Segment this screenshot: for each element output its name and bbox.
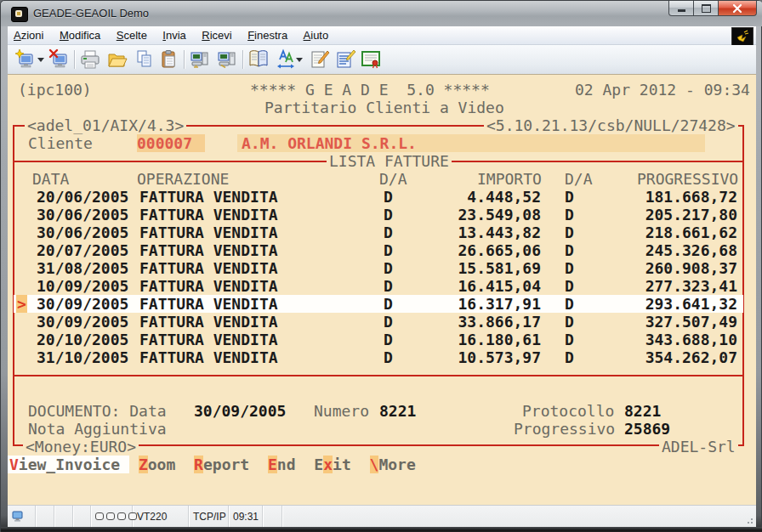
protocol: TCP/IP <box>193 511 226 523</box>
menu-finestra[interactable]: Finestra <box>242 26 293 42</box>
screen-subtitle: Partitario Clienti a Video <box>264 99 504 116</box>
new-connection-icon[interactable] <box>14 48 37 71</box>
title-bar[interactable]: GEADE-GEAOIL Demo <box>1 1 762 26</box>
resize-grip[interactable] <box>745 516 753 524</box>
table-row[interactable]: 30/06/2005FATTURA VENDITAD13.443,82D218.… <box>14 224 743 241</box>
status-bar: VT220 TCP/IP 09:31 <box>8 505 756 527</box>
led-indicator <box>106 512 115 520</box>
menu-ricevi[interactable]: Ricevi <box>196 26 237 42</box>
terminal-datetime: 02 Apr 2012 - 09:34 <box>575 81 750 99</box>
fk-end[interactable]: End <box>268 456 296 473</box>
send-file-icon[interactable] <box>189 48 211 71</box>
close-button[interactable] <box>718 1 757 16</box>
table-row-selected[interactable]: > 30/09/2005FATTURA VENDITAD16.317,91D29… <box>14 295 743 313</box>
minimize-button[interactable] <box>668 1 694 16</box>
client-name-field[interactable]: A.M. ORLANDI S.R.L. <box>237 134 705 152</box>
fk-exit[interactable]: Exit <box>314 456 350 473</box>
protocollo-value: 8221 <box>624 402 661 420</box>
minimize-icon <box>678 9 685 12</box>
numero-value: 8221 <box>379 402 416 420</box>
license-icon[interactable] <box>360 48 382 71</box>
receive-file-icon[interactable] <box>216 48 238 71</box>
terminal-screen[interactable]: (ipc100) ***** G E A D E 5.0 ***** 02 Ap… <box>8 75 756 505</box>
led-indicator <box>117 512 126 520</box>
print-icon[interactable] <box>79 48 101 71</box>
table-row[interactable]: 20/10/2005FATTURA VENDITAD16.180,61D343.… <box>14 331 743 348</box>
col-operazione: OPERAZIONE <box>137 170 229 188</box>
document-label: DOCUMENTO: Data <box>28 402 167 420</box>
company-label: ADEL-Srl <box>659 438 738 456</box>
led-indicators <box>95 512 137 520</box>
disconnect-icon[interactable] <box>48 48 71 71</box>
session-time: 09:31 <box>233 511 259 523</box>
menu-aiuto[interactable]: Aiuto <box>298 26 335 42</box>
col-data: DATA <box>32 170 69 188</box>
toolbar <box>8 45 756 75</box>
app-title: ***** G E A D E 5.0 ***** <box>250 81 490 99</box>
window-bottom-frame <box>1 527 762 532</box>
client-code-field[interactable]: 000007 <box>137 134 205 152</box>
paste-icon[interactable] <box>158 48 180 71</box>
selection-marker: > <box>16 295 27 313</box>
open-folder-icon[interactable] <box>106 48 128 71</box>
client-label: Cliente <box>28 134 93 152</box>
protocol-cell: TCP/IP <box>189 506 229 527</box>
font-icon[interactable] <box>275 48 297 71</box>
led-indicators-cell <box>91 506 133 527</box>
close-icon <box>732 3 742 14</box>
col-da2: D/A <box>565 170 593 188</box>
font-dropdown-icon[interactable] <box>296 58 303 62</box>
progressivo-value: 25869 <box>624 420 670 438</box>
terminal-type-cell: VT220 <box>133 506 189 527</box>
menu-scelte[interactable]: Scelte <box>111 26 153 42</box>
host-prompt: (ipc100) <box>18 81 92 99</box>
list-title: LISTA FATTURE <box>327 152 452 170</box>
status-cell <box>36 506 54 527</box>
app-window: GEADE-GEAOIL Demo Azioni Modifica Scelte… <box>0 0 762 532</box>
server-label: <adel_01/AIX/4.3> <box>25 116 186 134</box>
window-icon <box>11 7 28 22</box>
table-row[interactable]: 31/08/2005FATTURA VENDITAD15.581,69D260.… <box>14 259 743 277</box>
list-divider-bottom <box>13 375 744 376</box>
connection-status-cell <box>8 506 36 527</box>
notes-icon[interactable] <box>309 48 331 71</box>
numero-label: Numero <box>314 402 369 420</box>
menu-invia[interactable]: Invia <box>156 26 191 42</box>
session-properties-icon[interactable] <box>334 48 356 71</box>
maximize-icon <box>702 4 711 13</box>
status-cell <box>54 506 73 527</box>
table-row[interactable]: 31/10/2005FATTURA VENDITAD10.573,97D354.… <box>14 348 743 366</box>
currency-label: <Money:EURO> <box>23 438 139 456</box>
table-row[interactable]: 30/09/2005FATTURA VENDITAD33.866,17D327.… <box>14 313 743 331</box>
copy-icon[interactable] <box>134 48 156 71</box>
client-name: A.M. ORLANDI S.R.L. <box>242 134 417 152</box>
menu-azioni[interactable]: Azioni <box>8 26 49 42</box>
table-row[interactable]: 20/06/2005FATTURA VENDITAD4.448,52D181.6… <box>14 188 743 206</box>
table-row[interactable]: 10/09/2005FATTURA VENDITAD16.415,04D277.… <box>14 277 743 295</box>
protocollo-label: Protocollo <box>522 402 614 420</box>
status-cell <box>73 506 91 527</box>
table-row[interactable]: 20/07/2005FATTURA VENDITAD26.665,06D245.… <box>14 241 743 259</box>
menu-modifica[interactable]: Modifica <box>54 26 106 42</box>
connection-dropdown-icon[interactable] <box>37 58 44 62</box>
computer-icon <box>12 511 25 523</box>
fk-report[interactable]: Report <box>194 456 249 473</box>
col-progressivo: PROGRESSIVO <box>637 170 738 188</box>
status-cell <box>263 506 282 527</box>
led-indicator <box>95 512 104 520</box>
nota-label: Nota Aggiuntiva <box>28 420 167 438</box>
col-importo: IMPORTO <box>477 170 542 188</box>
document-date: 30/09/2005 <box>194 402 286 420</box>
fk-view-invoice[interactable]: View_Invoice <box>8 456 129 473</box>
clock-cell: 09:31 <box>229 506 263 527</box>
table-row[interactable]: 30/06/2005FATTURA VENDITAD23.549,08D205.… <box>14 206 743 224</box>
fk-more[interactable]: \More <box>370 456 416 473</box>
phonebook-icon[interactable] <box>247 48 270 71</box>
fk-zoom[interactable]: Zoom <box>139 456 175 473</box>
maximize-button[interactable] <box>694 1 718 16</box>
terminal-type: VT220 <box>137 511 167 523</box>
function-key-menu: View_Invoice Zoom Report End Exit \More <box>8 456 425 473</box>
menu-bar: Azioni Modifica Scelte Invia Ricevi Fine… <box>8 26 756 45</box>
connection-label: <5.10.21.13/csb/NULL/27428> <box>484 116 738 134</box>
window-title: GEADE-GEAOIL Demo <box>33 7 149 20</box>
